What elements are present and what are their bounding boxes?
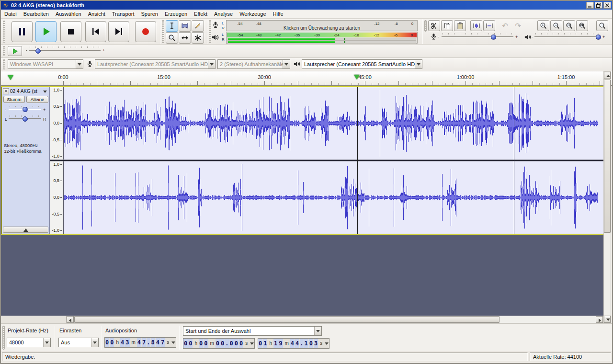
playback-meter[interactable]: -54 -48 -42 -36 -30 -24 -18 -12 -6 0 (226, 32, 418, 44)
waveform-canvas-left[interactable] (64, 87, 603, 159)
slider-thumb[interactable] (23, 116, 28, 122)
slider-thumb[interactable] (491, 34, 496, 40)
menu-datei[interactable]: Datei (1, 10, 20, 18)
menu-werkzeuge[interactable]: Werkzeuge (236, 10, 269, 18)
menu-analyse[interactable]: Analyse (211, 10, 236, 18)
play-speed-slider[interactable] (29, 46, 101, 56)
skip-to-end-button[interactable] (108, 21, 129, 42)
minimize-button[interactable] (586, 2, 594, 9)
record-meter-right-label: R (222, 26, 225, 30)
selection-mode-combo[interactable]: Start und Ende der Auswahl (183, 326, 322, 336)
stop-button[interactable] (60, 21, 81, 42)
gain-slider[interactable] (9, 105, 41, 113)
slider-thumb[interactable] (596, 34, 601, 40)
close-button[interactable] (603, 2, 611, 9)
time-format-arrow-icon[interactable] (249, 339, 255, 348)
scroll-right-button[interactable] (596, 316, 603, 323)
solo-button[interactable]: Alleine (26, 96, 48, 103)
menu-auswaehlen[interactable]: Auswählen (52, 10, 85, 18)
waveform-left-channel[interactable] (64, 87, 603, 159)
trim-outside-selection-button[interactable] (470, 20, 482, 31)
play-meter-left-label: L (222, 33, 224, 37)
slider-thumb[interactable] (23, 107, 28, 112)
time-format-arrow-icon[interactable] (170, 338, 176, 347)
vertical-scroll-thumb[interactable] (604, 80, 611, 233)
pause-button[interactable] (11, 21, 33, 42)
menu-hilfe[interactable]: Hilfe (270, 10, 287, 18)
record-button[interactable] (135, 21, 156, 42)
edit-toolbar-grabber[interactable] (424, 20, 427, 32)
recording-channels-combo[interactable]: 2 (Stereo) Aufnahmekanäle (217, 59, 290, 69)
timeline-pin-icon[interactable] (8, 75, 13, 80)
play-at-speed-button[interactable] (8, 46, 22, 56)
multi-tool-button[interactable] (192, 32, 204, 44)
playback-device-combo[interactable]: Lautsprecher (Conexant 20585 SmartAudio … (302, 59, 422, 69)
recording-meter[interactable]: -54 -48 -12 -6 0 Klicken um Überwachung … (226, 20, 418, 31)
zoom-out-button[interactable] (550, 20, 562, 31)
selection-start-field[interactable]: 00h00m00.000s (183, 338, 255, 349)
waveform-canvas-right[interactable] (64, 161, 603, 234)
project-rate-value: 48000 (7, 338, 43, 347)
horizontal-scroll-thumb[interactable] (74, 316, 499, 323)
undo-button[interactable]: ↶ (499, 20, 511, 31)
redo-button[interactable]: ↷ (512, 20, 524, 31)
slider-thumb[interactable] (35, 48, 41, 54)
menu-bearbeiten[interactable]: Bearbeiten (20, 10, 52, 18)
zoom-tool-button[interactable] (166, 32, 178, 44)
playback-volume-slider[interactable] (534, 33, 601, 41)
vertical-scale-right-channel[interactable]: 1,0 0,5 0,0 -0,5 -1,0 (50, 161, 64, 234)
menu-ansicht[interactable]: Ansicht (85, 10, 109, 18)
speed-toolbar-grabber[interactable] (3, 46, 5, 56)
menu-effekt[interactable]: Effekt (191, 10, 211, 18)
record-meter-mic-icon (212, 21, 219, 30)
pan-slider[interactable] (9, 115, 41, 123)
track-menu-arrow-icon[interactable] (43, 91, 47, 95)
waveform-right-channel[interactable] (64, 161, 603, 234)
mute-button[interactable]: Stumm (3, 96, 25, 103)
timeshift-tool-button[interactable] (179, 32, 191, 44)
transport-toolbar-grabber[interactable] (3, 21, 5, 43)
silence-selection-button[interactable] (483, 20, 495, 31)
scroll-left-button[interactable] (67, 316, 74, 323)
time-format-arrow-icon[interactable] (324, 339, 329, 348)
track-title[interactable]: 02 4 AKG (st (10, 89, 42, 94)
zoom-selection-button[interactable] (563, 20, 575, 31)
project-rate-combo[interactable]: 48000 (7, 338, 51, 347)
tools-toolbar-grabber[interactable] (162, 20, 164, 43)
cut-button[interactable] (428, 20, 440, 31)
menu-bar: Datei Bearbeiten Auswählen Ansicht Trans… (1, 10, 612, 19)
playhead-marker[interactable] (354, 75, 360, 80)
scroll-down-button[interactable] (604, 316, 611, 323)
menu-erzeugen[interactable]: Erzeugen (161, 10, 191, 18)
menu-spuren[interactable]: Spuren (137, 10, 161, 18)
horizontal-scrollbar[interactable] (66, 316, 603, 323)
recording-device-combo[interactable]: Lautsprecher (Conexant 20585 SmartAudio … (95, 59, 216, 69)
vertical-scale-left-channel[interactable]: 1,0 0,5 0,0 -0,5 -1,0 (50, 87, 64, 159)
audio-position-field[interactable]: 00h43m47.847s (104, 337, 176, 348)
fit-project-button[interactable] (576, 20, 588, 31)
envelope-tool-button[interactable] (179, 20, 191, 32)
audio-host-combo[interactable]: Windows WASAPI (8, 59, 83, 69)
restore-button[interactable] (595, 2, 602, 9)
selection-toolbar-grabber[interactable] (2, 326, 5, 350)
snap-combo[interactable]: Aus (58, 338, 99, 347)
play-button[interactable] (35, 21, 57, 42)
paste-button[interactable] (454, 20, 466, 31)
skip-to-start-button[interactable] (85, 21, 106, 42)
scroll-up-button[interactable] (604, 72, 611, 79)
meter-scale-label: -24 (334, 33, 340, 37)
track-collapse-button[interactable] (3, 227, 48, 233)
zoom-in-button[interactable] (537, 20, 549, 31)
selection-end-field[interactable]: 01h19m44.103s (258, 338, 329, 349)
selection-tool-button[interactable] (166, 20, 178, 32)
draw-tool-button[interactable] (192, 20, 204, 32)
device-toolbar-grabber[interactable] (3, 59, 5, 69)
vertical-scrollbar[interactable] (603, 71, 611, 323)
rec-volume-max-mark: + (515, 34, 518, 39)
track-close-button[interactable] (3, 88, 9, 94)
copy-button[interactable] (441, 20, 453, 31)
menu-transport[interactable]: Transport (109, 10, 138, 18)
recording-volume-slider[interactable] (442, 33, 513, 41)
zoom-toggle-button[interactable] (596, 20, 608, 31)
timeline-scale[interactable]: 0:00 15:00 30:00 45:00 1:00:00 1:15:00 (63, 71, 603, 85)
